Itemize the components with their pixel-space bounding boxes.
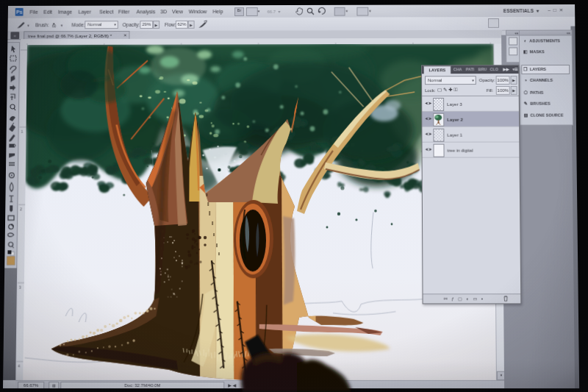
- svg-text:1: 1: [21, 130, 23, 134]
- svg-text:2: 2: [20, 207, 22, 211]
- svg-text:4: 4: [18, 365, 20, 368]
- svg-text:3: 3: [19, 286, 21, 290]
